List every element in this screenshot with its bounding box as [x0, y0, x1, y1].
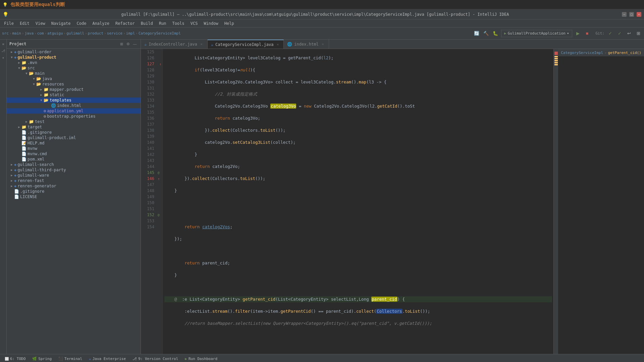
tree-item-license[interactable]: 📄 LICENSE [7, 194, 141, 199]
code-content[interactable]: List<CategoryEntity> level3Catelog = get… [163, 49, 553, 354]
vtab-git[interactable]: ⎇ [0, 48, 6, 54]
vtab-favorites[interactable]: ★ [0, 54, 6, 60]
tree-item-product-iml[interactable]: 📄 gulimall-product.iml [7, 135, 141, 140]
tree-item-mvnw[interactable]: 📄 mvnw [7, 146, 141, 151]
breadcrumb-class[interactable]: CategoryServiceImpl [139, 31, 181, 36]
expand-arrow-third-party[interactable]: ▶ [9, 168, 14, 172]
breadcrumb-product[interactable]: product [88, 31, 103, 36]
expand-arrow-mapper[interactable]: ▶ [39, 88, 44, 91]
breadcrumb-service[interactable]: service [107, 31, 122, 36]
tree-item-gulimall-order[interactable]: ▶ ◈ gulimall-order [7, 49, 141, 55]
tree-item-src[interactable]: ▼ 📂 src [7, 65, 141, 71]
tab-index-controller[interactable]: ☕ IndexController.java ✕ [141, 40, 208, 49]
expand-arrow-resources[interactable]: ▼ [32, 82, 36, 86]
breadcrumb-com[interactable]: com [37, 31, 44, 36]
menu-help[interactable]: Help [222, 20, 237, 26]
expand-arrow-product[interactable]: ▼ [9, 56, 14, 59]
tab-category-service-impl[interactable]: ☕ CategoryServiceImpl.java ✕ [208, 40, 284, 49]
expand-arrow-main[interactable]: ▼ [24, 72, 29, 75]
breadcrumb-main[interactable]: main [12, 31, 21, 36]
expand-arrow-renren-generator[interactable]: ▶ [9, 184, 14, 188]
tree-item-mapper-product[interactable]: ▶ 📁 mapper.product [7, 87, 141, 92]
git-checkmark1[interactable]: ✓ [606, 30, 614, 37]
tree-item-resources[interactable]: ▼ 📂 resources [7, 81, 141, 87]
expand-arrow-ware[interactable]: ▶ [9, 174, 14, 177]
stop-button[interactable]: ■ [584, 30, 591, 37]
code-area[interactable]: 125 126 127 128 129 130 131 132 133 134 … [141, 49, 558, 354]
debug-button[interactable]: 🐛 [492, 30, 499, 37]
run-config-selector[interactable]: ▶ GulimallProductApplication ▾ [501, 30, 572, 37]
expand-arrow-mvn[interactable]: ▶ [17, 61, 21, 64]
tree-item-gulimall-product[interactable]: ▼ ◈ gulimall-product [7, 55, 141, 60]
bottom-terminal[interactable]: ⬛ Terminal [56, 356, 85, 362]
breadcrumb-src[interactable]: src [2, 31, 9, 36]
expand-arrow-templates[interactable]: ▼ [39, 99, 44, 102]
run-button[interactable]: ▶ [574, 30, 582, 37]
tree-item-renren-fast[interactable]: ▶ ◈ renren-fast [7, 178, 141, 183]
maximize-button[interactable]: □ [629, 12, 634, 17]
menu-edit[interactable]: Edit [17, 20, 32, 26]
bottom-todo[interactable]: ⬜ 6: TODO [2, 356, 28, 362]
expand-arrow-static[interactable]: ▶ [39, 93, 44, 97]
bottom-version-control[interactable]: ⎇ 9: Version Control [130, 356, 181, 362]
menu-window[interactable]: Window [201, 20, 221, 26]
sidebar-collapse-btn[interactable]: — [132, 41, 138, 47]
tree-item-help-md[interactable]: 📝 HELP.md [7, 140, 141, 146]
tree-item-target[interactable]: ▶ 📁 target [7, 124, 141, 130]
tree-item-gulimall-third-party[interactable]: ▶ ◈ gulimall-third-party [7, 167, 141, 173]
sidebar-settings-btn[interactable]: ⚙ [125, 41, 131, 47]
tree-item-mvn[interactable]: ▶ 📁 .mvn [7, 60, 141, 65]
breadcrumb-impl[interactable]: impl [126, 31, 135, 36]
tree-item-mvnw-cmd[interactable]: 📄 mvnw.cmd [7, 151, 141, 157]
breadcrumb-atguigu[interactable]: atguigu [47, 31, 63, 36]
tree-item-gulimall-ware[interactable]: ▶ ◈ gulimall-ware [7, 173, 141, 178]
menu-file[interactable]: File [1, 20, 16, 26]
build-button[interactable]: 🔨 [482, 30, 490, 37]
menu-vcs[interactable]: VCS [188, 20, 201, 26]
tree-item-renren-generator[interactable]: ▶ ◈ renren-generator [7, 183, 141, 189]
vtab-structure[interactable]: ≡ [0, 41, 6, 47]
sidebar-layout-btn[interactable]: ⊞ [118, 41, 124, 47]
tree-item-index-html[interactable]: 🌐 index.html [7, 103, 141, 108]
tree-item-application-yml[interactable]: ⚙ application.yml [7, 108, 141, 114]
expand-arrow-java[interactable]: ▼ [32, 77, 36, 80]
layout-button[interactable]: ⊞ [635, 30, 642, 37]
bottom-java-enterprise[interactable]: ☕ Java Enterprise [86, 356, 128, 362]
tree-item-bootstrap[interactable]: ⚙ bootstrap.properties [7, 114, 141, 119]
tree-item-gitignore[interactable]: 📄 .gitignore [7, 130, 141, 135]
expand-arrow-target[interactable]: ▶ [17, 125, 21, 129]
menu-view[interactable]: View [33, 20, 48, 26]
tree-item-gitignore-root[interactable]: 📄 .gitignore [7, 189, 141, 194]
bottom-run-dashboard[interactable]: ▶ Run Dashboard [182, 356, 220, 362]
breadcrumb-java[interactable]: java [25, 31, 34, 36]
expand-arrow-search[interactable]: ▶ [9, 163, 14, 166]
tab-close-index-controller[interactable]: ✕ [199, 42, 204, 47]
git-checkmark2[interactable]: ✓ [616, 30, 623, 37]
expand-arrow-test[interactable]: ▶ [24, 120, 29, 123]
menu-refactor[interactable]: Refactor [113, 20, 138, 26]
tree-item-java[interactable]: ▼ 📂 java [7, 76, 141, 81]
menu-code[interactable]: Code [74, 20, 89, 26]
tree-item-templates[interactable]: ▼ 📂 templates [7, 98, 141, 103]
menu-build[interactable]: Build [138, 20, 156, 26]
tree-item-static[interactable]: ▶ 📁 static [7, 92, 141, 98]
expand-arrow-renren-fast[interactable]: ▶ [9, 179, 14, 182]
close-button[interactable]: ✕ [637, 12, 641, 17]
menu-analyze[interactable]: Analyze [90, 20, 112, 26]
tab-index-html[interactable]: 🌐 index.html ✕ [284, 40, 329, 49]
tab-close-category-service-impl[interactable]: ✕ [275, 42, 280, 47]
menu-run[interactable]: Run [156, 20, 169, 26]
git-history[interactable]: ↩ [625, 30, 633, 37]
tree-item-main[interactable]: ▼ 📂 main [7, 71, 141, 76]
menu-tools[interactable]: Tools [170, 20, 187, 26]
tab-close-index-html[interactable]: ✕ [321, 42, 325, 47]
sync-button[interactable]: 🔄 [473, 30, 480, 37]
menu-navigate[interactable]: Navigate [49, 20, 73, 26]
tree-item-pom-xml[interactable]: 📄 pom.xml [7, 157, 141, 162]
tree-item-gulimall-search[interactable]: ▶ ◈ gulimall-search [7, 162, 141, 167]
minimize-button[interactable]: — [622, 12, 627, 17]
bottom-spring[interactable]: 🌿 Spring [30, 356, 54, 362]
tree-item-test[interactable]: ▶ 📁 test [7, 119, 141, 124]
breadcrumb-gulimall[interactable]: gulimall [66, 31, 84, 36]
expand-arrow-order[interactable]: ▶ [9, 50, 14, 54]
